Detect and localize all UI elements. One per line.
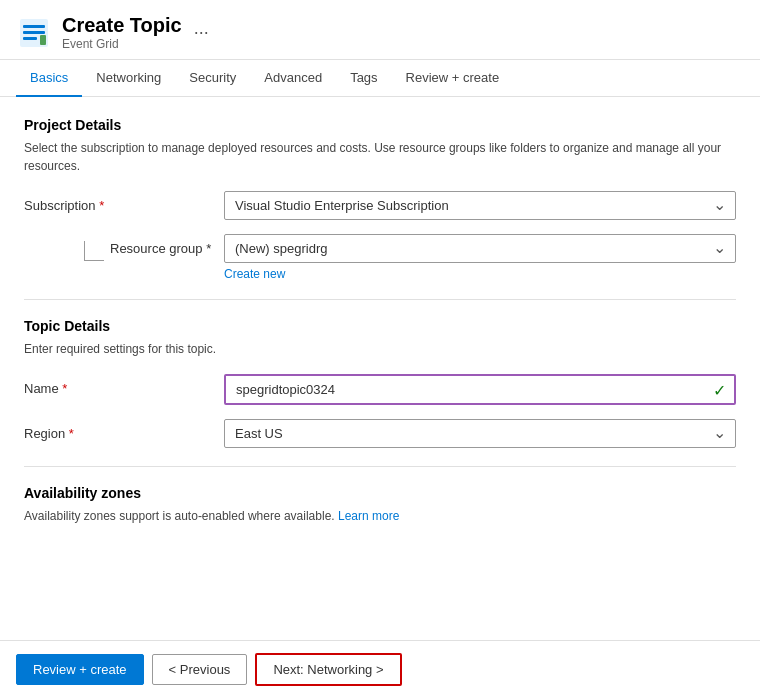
- region-select[interactable]: East US: [224, 419, 736, 448]
- tab-tags[interactable]: Tags: [336, 60, 391, 97]
- subscription-row: Subscription * Visual Studio Enterprise …: [24, 191, 736, 220]
- tab-advanced[interactable]: Advanced: [250, 60, 336, 97]
- resource-group-control: (New) spegridrg Create new: [224, 234, 736, 281]
- footer-bar: Review + create < Previous Next: Network…: [0, 640, 760, 698]
- page-icon: [16, 15, 52, 51]
- name-row: Name * ✓: [24, 374, 736, 405]
- name-control: ✓: [224, 374, 736, 405]
- availability-description: Availability zones support is auto-enabl…: [24, 507, 736, 525]
- region-row: Region * East US: [24, 419, 736, 448]
- region-label: Region *: [24, 419, 224, 441]
- subscription-label: Subscription *: [24, 191, 224, 213]
- review-create-button[interactable]: Review + create: [16, 654, 144, 685]
- svg-rect-2: [23, 31, 45, 34]
- project-details-section: Project Details Select the subscription …: [24, 117, 736, 281]
- project-details-description: Select the subscription to manage deploy…: [24, 139, 736, 175]
- name-valid-icon: ✓: [713, 380, 726, 399]
- name-input-wrapper: ✓: [224, 374, 736, 405]
- next-button[interactable]: Next: Networking >: [255, 653, 401, 686]
- subscription-select[interactable]: Visual Studio Enterprise Subscription: [224, 191, 736, 220]
- availability-section: Availability zones Availability zones su…: [24, 485, 736, 525]
- main-content: Project Details Select the subscription …: [0, 97, 760, 561]
- svg-rect-3: [23, 37, 37, 40]
- resource-group-label: Resource group *: [110, 234, 224, 256]
- section-divider-2: [24, 466, 736, 467]
- resource-group-select-wrapper: (New) spegridrg: [224, 234, 736, 263]
- svg-rect-1: [23, 25, 45, 28]
- name-input[interactable]: [224, 374, 736, 405]
- previous-button[interactable]: < Previous: [152, 654, 248, 685]
- tab-networking[interactable]: Networking: [82, 60, 175, 97]
- resource-group-select[interactable]: (New) spegridrg: [224, 234, 736, 263]
- topic-details-section: Topic Details Enter required settings fo…: [24, 318, 736, 448]
- tab-security[interactable]: Security: [175, 60, 250, 97]
- page-header: Create Topic Event Grid ···: [0, 0, 760, 60]
- indent-line: [84, 241, 104, 261]
- subscription-control: Visual Studio Enterprise Subscription: [224, 191, 736, 220]
- tab-review-create[interactable]: Review + create: [392, 60, 514, 97]
- topic-details-title: Topic Details: [24, 318, 736, 334]
- learn-more-link[interactable]: Learn more: [338, 509, 399, 523]
- svg-rect-4: [40, 35, 46, 45]
- tab-basics[interactable]: Basics: [16, 60, 82, 97]
- create-new-link[interactable]: Create new: [224, 267, 285, 281]
- region-control: East US: [224, 419, 736, 448]
- section-divider-1: [24, 299, 736, 300]
- name-label: Name *: [24, 374, 224, 396]
- header-text-group: Create Topic Event Grid: [62, 14, 182, 51]
- subscription-select-wrapper: Visual Studio Enterprise Subscription: [224, 191, 736, 220]
- resource-group-row: Resource group * (New) spegridrg Create …: [24, 234, 736, 281]
- tab-bar: Basics Networking Security Advanced Tags…: [0, 60, 760, 97]
- more-options-button[interactable]: ···: [194, 22, 209, 43]
- project-details-title: Project Details: [24, 117, 736, 133]
- page-subtitle: Event Grid: [62, 37, 182, 51]
- region-select-wrapper: East US: [224, 419, 736, 448]
- topic-details-description: Enter required settings for this topic.: [24, 340, 736, 358]
- availability-title: Availability zones: [24, 485, 736, 501]
- page-title: Create Topic: [62, 14, 182, 37]
